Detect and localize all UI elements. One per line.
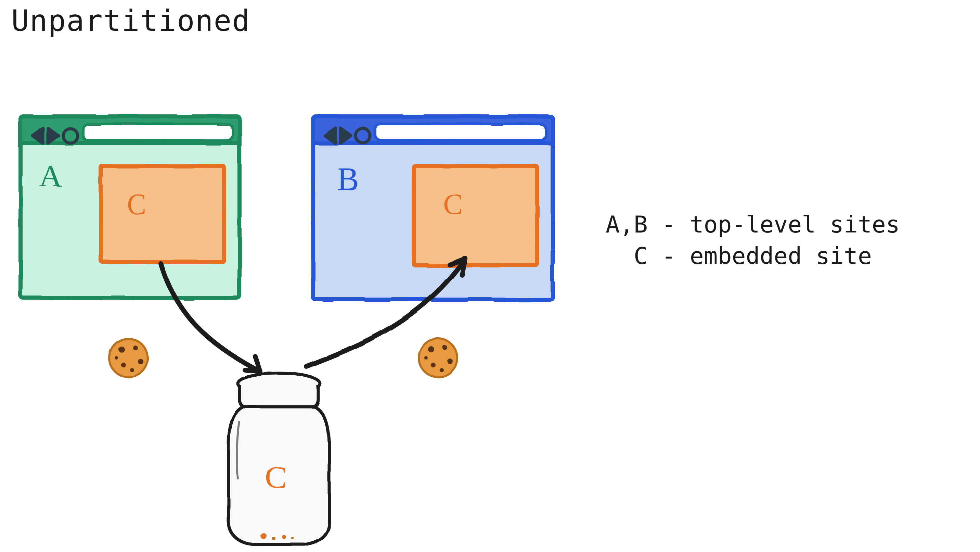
legend-line-1: A,B - top-level sites xyxy=(606,211,900,238)
browser-b-embed-c: C xyxy=(414,166,537,265)
cookie-jar-icon: C xyxy=(229,373,329,544)
svg-rect-11 xyxy=(414,166,537,265)
cookie-left-icon xyxy=(109,339,148,377)
svg-point-22 xyxy=(130,368,134,372)
browser-window-a: A C xyxy=(21,116,240,298)
svg-point-16 xyxy=(291,537,294,540)
svg-point-25 xyxy=(428,346,434,353)
svg-point-20 xyxy=(138,359,143,364)
legend-line-2: C - embedded site xyxy=(606,242,872,270)
svg-point-21 xyxy=(121,362,126,367)
browser-a-label: A xyxy=(39,158,62,193)
svg-rect-5 xyxy=(101,166,224,262)
svg-point-15 xyxy=(282,535,286,539)
browser-a-embed-c: C xyxy=(101,166,224,262)
svg-point-13 xyxy=(260,533,267,539)
browser-window-b: B C xyxy=(313,116,553,300)
legend: A,B - top-level sites C - embedded site xyxy=(606,209,900,272)
browser-a-url-bar xyxy=(83,124,233,140)
svg-point-23 xyxy=(115,356,118,359)
browser-a-embed-label: C xyxy=(127,188,146,220)
svg-point-30 xyxy=(424,356,428,359)
cookie-right-icon xyxy=(419,339,457,377)
diagram-canvas: A C B C xyxy=(0,0,980,552)
svg-point-28 xyxy=(430,362,435,367)
svg-point-29 xyxy=(439,368,444,372)
svg-point-14 xyxy=(272,537,275,540)
jar-label: C xyxy=(265,459,287,495)
svg-point-18 xyxy=(118,346,124,353)
svg-point-27 xyxy=(447,359,453,364)
browser-b-label: B xyxy=(337,161,359,197)
browser-b-embed-label: C xyxy=(443,188,463,220)
svg-point-26 xyxy=(442,345,447,350)
browser-b-url-bar xyxy=(375,124,546,140)
svg-point-19 xyxy=(133,345,138,350)
